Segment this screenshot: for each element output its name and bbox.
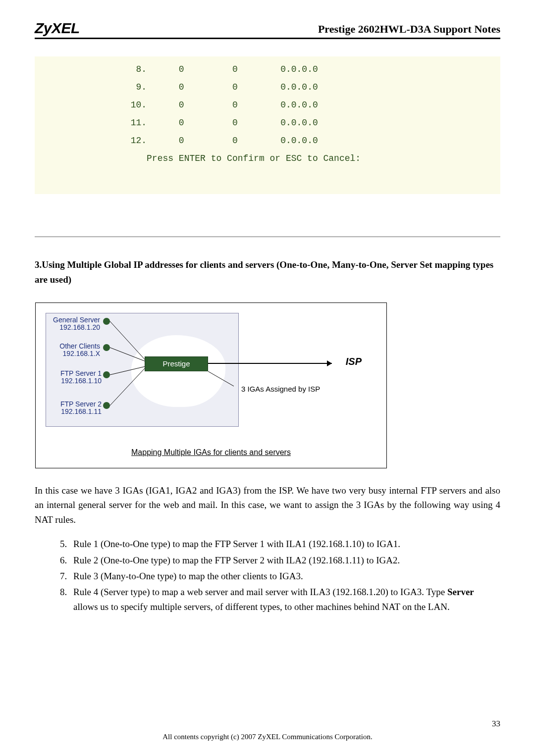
col1: 0	[179, 100, 184, 110]
client-name: General Server	[53, 316, 100, 324]
client-dot-icon	[103, 344, 110, 351]
client-ip: 192.168.1.10	[61, 377, 102, 385]
row-index: 11.	[131, 118, 147, 128]
client-ftp2: FTP Server 2 192.168.1.11	[41, 401, 102, 416]
terminal-output: 8. 0 0 0.0.0.0 9. 0 0 0.0.0.0 10. 0 0 0.…	[35, 56, 500, 194]
rules-list: Rule 1 (One-to-One type) to map the FTP …	[35, 537, 500, 614]
iga-note: 3 IGAs Assigned by ISP	[241, 385, 320, 393]
client-ip: 192.168.1.X	[62, 350, 100, 357]
client-dot-icon	[103, 318, 110, 325]
list-item: Rule 3 (Many-to-One type) to map the oth…	[69, 569, 500, 583]
col3: 0.0.0.0	[280, 64, 318, 74]
row-index: 10.	[131, 100, 147, 110]
client-name: Other Clients	[59, 342, 100, 350]
col3: 0.0.0.0	[280, 136, 318, 146]
brand-logo: ZyXEL	[35, 20, 80, 37]
client-dot-icon	[103, 402, 110, 409]
router-box: Prestige	[145, 356, 208, 371]
rule-text-pre: Rule 4 (Server type) to map a web server…	[73, 587, 447, 597]
body-paragraph: In this case we have 3 IGAs (IGA1, IGA2 …	[35, 483, 500, 527]
client-ip: 192.168.1.11	[61, 407, 102, 415]
prompt-text: Press ENTER to Confirm or ESC to Cancel:	[147, 153, 361, 163]
code-footer: Press ENTER to Confirm or ESC to Cancel:	[40, 150, 495, 167]
code-row: 11. 0 0 0.0.0.0	[40, 114, 495, 132]
client-name: FTP Server 2	[60, 400, 102, 408]
col3: 0.0.0.0	[280, 82, 318, 92]
list-item: Rule 2 (One-to-One type) to map the FTP …	[69, 553, 500, 567]
section-divider	[35, 236, 500, 238]
client-name: FTP Server 1	[60, 369, 102, 377]
col3: 0.0.0.0	[280, 100, 318, 110]
col2: 0	[232, 136, 238, 146]
page-number: 33	[492, 719, 500, 729]
row-index: 9.	[136, 82, 147, 92]
code-row: 8. 0 0 0.0.0.0	[40, 60, 495, 78]
col2: 0	[232, 118, 238, 128]
document-title: Prestige 2602HWL-D3A Support Notes	[318, 23, 500, 37]
page: ZyXEL Prestige 2602HWL-D3A Support Notes…	[0, 0, 535, 756]
copyright-footer: All contents copyright (c) 2007 ZyXEL Co…	[0, 733, 535, 741]
col2: 0	[232, 100, 238, 110]
diagram-caption: Mapping Multiple IGAs for clients and se…	[36, 448, 386, 457]
list-item: Rule 1 (One-to-One type) to map the FTP …	[69, 537, 500, 551]
client-ftp1: FTP Server 1 192.168.1.10	[41, 370, 102, 385]
col1: 0	[179, 64, 184, 74]
col1: 0	[179, 118, 184, 128]
rule-text: Rule 1 (One-to-One type) to map the FTP …	[73, 539, 400, 549]
col1: 0	[179, 136, 184, 146]
rule-text: Rule 2 (One-to-One type) to map the FTP …	[73, 555, 400, 565]
col2: 0	[232, 82, 238, 92]
code-row: 12. 0 0 0.0.0.0	[40, 132, 495, 150]
client-general-server: General Server 192.168.1.20	[41, 316, 100, 332]
col1: 0	[179, 82, 184, 92]
network-diagram: General Server 192.168.1.20 Other Client…	[35, 302, 387, 468]
row-index: 12.	[131, 136, 147, 146]
col3: 0.0.0.0	[280, 118, 318, 128]
code-row: 9. 0 0 0.0.0.0	[40, 78, 495, 96]
list-item: Rule 4 (Server type) to map a web server…	[69, 585, 500, 614]
client-other: Other Clients 192.168.1.X	[41, 343, 100, 358]
rule-text-bold: Server	[447, 587, 474, 597]
rule-text: Rule 3 (Many-to-One type) to map the oth…	[73, 571, 303, 581]
col2: 0	[232, 64, 238, 74]
rule-text-post: allows us to specify multiple servers, o…	[73, 602, 450, 612]
page-header: ZyXEL Prestige 2602HWL-D3A Support Notes	[35, 20, 500, 39]
section-heading: 3.Using Multiple Global IP addresses for…	[35, 257, 500, 288]
svg-marker-5	[327, 360, 332, 366]
client-dot-icon	[103, 371, 110, 378]
row-index: 8.	[136, 64, 147, 74]
code-row: 10. 0 0 0.0.0.0	[40, 96, 495, 114]
client-ip: 192.168.1.20	[59, 323, 100, 331]
isp-label: ISP	[346, 356, 362, 367]
